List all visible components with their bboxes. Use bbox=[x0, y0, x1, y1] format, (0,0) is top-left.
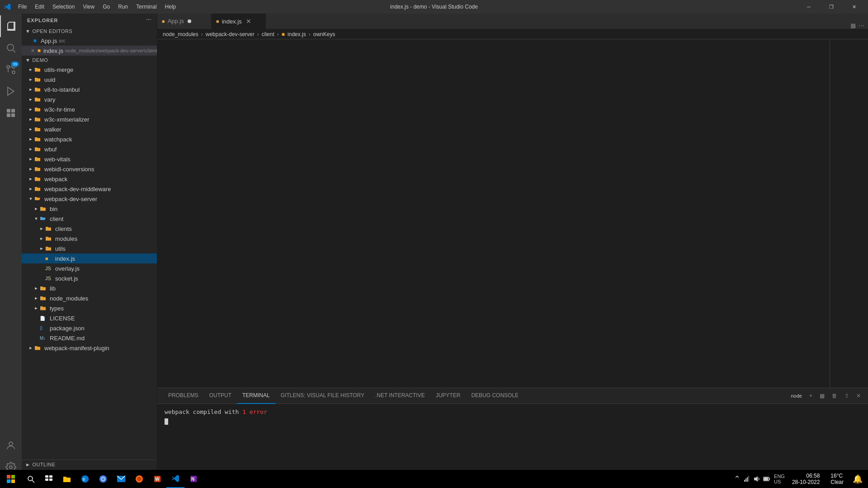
tree-item-webpack-manifest-plugin[interactable]: ►webpack-manifest-plugin bbox=[22, 343, 157, 353]
open-editors-header[interactable]: ▼ OPEN EDITORS bbox=[22, 27, 157, 36]
breadcrumb-node-modules[interactable]: node_modules bbox=[163, 31, 198, 38]
tree-item-utils-merge[interactable]: ►utils-merge bbox=[22, 65, 157, 75]
tab-dotnet[interactable]: .NET INTERACTIVE bbox=[370, 388, 430, 404]
tree-item-vary[interactable]: ►vary bbox=[22, 94, 157, 104]
taskbar-search[interactable] bbox=[22, 470, 40, 488]
breadcrumb-client[interactable]: client bbox=[262, 31, 274, 38]
menu-go[interactable]: Go bbox=[99, 3, 113, 11]
menu-help[interactable]: Help bbox=[161, 3, 180, 11]
taskbar-edge[interactable]: e bbox=[76, 470, 94, 488]
tree-item-index-js[interactable]: ■index.js bbox=[22, 253, 157, 263]
tab-appjs[interactable]: ■ App.js bbox=[157, 14, 212, 29]
taskbar-onenote[interactable]: N bbox=[184, 470, 203, 488]
tree-item-modules[interactable]: ►modules bbox=[22, 234, 157, 244]
outline-header[interactable]: ► OUTLINE bbox=[22, 460, 157, 469]
weather-widget[interactable]: 16°C Clear bbox=[825, 473, 849, 485]
split-editor-icon[interactable]: ▦ bbox=[850, 22, 856, 29]
tree-item-v8-to-istanbul[interactable]: ►v8-to-istanbul bbox=[22, 84, 157, 94]
taskbar-time[interactable]: 06:58 28-10-2022 bbox=[788, 473, 823, 485]
menu-file[interactable]: File bbox=[14, 3, 30, 11]
tree-item-webpack-dev-middleware[interactable]: ►webpack-dev-middleware bbox=[22, 184, 157, 194]
tree-item-wbuf[interactable]: ►wbuf bbox=[22, 144, 157, 154]
taskbar-office[interactable]: W bbox=[148, 470, 166, 488]
minimap[interactable] bbox=[830, 39, 868, 388]
tab-indexjs[interactable]: ■ index.js ✕ bbox=[212, 14, 266, 29]
activity-accounts[interactable] bbox=[0, 435, 22, 456]
tree-item-w3c-hr-time[interactable]: ►w3c-hr-time bbox=[22, 104, 157, 114]
new-terminal-icon[interactable]: + bbox=[807, 392, 814, 400]
demo-section-header[interactable]: ▼ DEMO bbox=[22, 56, 157, 65]
minimize-button[interactable]: ─ bbox=[798, 0, 819, 14]
open-editor-appjs[interactable]: ■ App.js src bbox=[22, 36, 157, 46]
menu-selection[interactable]: Selection bbox=[49, 3, 78, 11]
menu-run[interactable]: Run bbox=[114, 3, 132, 11]
code-editor[interactable] bbox=[157, 39, 868, 388]
taskbar-mail[interactable] bbox=[112, 470, 130, 488]
close-icon[interactable]: ✕ bbox=[31, 48, 35, 54]
tree-item-webidl-conversions[interactable]: ►webidl-conversions bbox=[22, 164, 157, 174]
menu-edit[interactable]: Edit bbox=[31, 3, 48, 11]
taskbar-files[interactable] bbox=[58, 470, 76, 488]
kill-terminal-icon[interactable]: 🗑 bbox=[830, 392, 839, 400]
close-panel-icon[interactable]: ✕ bbox=[854, 392, 863, 400]
tab-gitlens[interactable]: GITLENS: VISUAL FILE HISTORY bbox=[275, 388, 370, 404]
tree-item-w3c-xmlserializer[interactable]: ►w3c-xmlserializer bbox=[22, 114, 157, 124]
breadcrumb-own-keys[interactable]: ownKeys bbox=[313, 31, 335, 38]
close-button[interactable]: ✕ bbox=[844, 0, 864, 14]
activity-source-control[interactable]: 39 bbox=[0, 59, 22, 80]
tab-terminal[interactable]: TERMINAL bbox=[237, 388, 275, 404]
sidebar-more-icon[interactable]: ⋯ bbox=[146, 17, 151, 23]
tree-item-webpack[interactable]: ►webpack bbox=[22, 174, 157, 184]
tree-item-webpack-dev-server[interactable]: ▼webpack-dev-server bbox=[22, 194, 157, 204]
split-terminal-icon[interactable]: ▦ bbox=[818, 392, 826, 400]
tree-item-web-vitals[interactable]: ►web-vitals bbox=[22, 154, 157, 164]
language-indicator[interactable]: ENGUS bbox=[772, 474, 787, 484]
tree-item-types[interactable]: ►types bbox=[22, 303, 157, 313]
tree-item-clients[interactable]: ►clients bbox=[22, 224, 157, 234]
tab-debug-console[interactable]: DEBUG CONSOLE bbox=[466, 388, 524, 404]
svg-point-28 bbox=[102, 478, 104, 480]
tree-item-client[interactable]: ▼client bbox=[22, 214, 157, 224]
taskbar-vscode[interactable] bbox=[166, 470, 184, 488]
code-content[interactable] bbox=[181, 39, 830, 388]
taskbar-chevron-icon[interactable]: ⌃ bbox=[734, 474, 741, 484]
menu-view[interactable]: View bbox=[79, 3, 98, 11]
breadcrumb-webpack-dev-server[interactable]: webpack-dev-server bbox=[206, 31, 255, 38]
tab-indexjs-close[interactable]: ✕ bbox=[245, 17, 253, 25]
restore-button[interactable]: ❒ bbox=[821, 0, 842, 14]
tab-jupyter[interactable]: JUPYTER bbox=[430, 388, 466, 404]
maximize-panel-icon[interactable]: ⇧ bbox=[843, 392, 851, 400]
tab-problems[interactable]: PROBLEMS bbox=[163, 388, 204, 404]
tree-item-LICENSE[interactable]: 📄LICENSE bbox=[22, 313, 157, 323]
activity-explorer[interactable] bbox=[0, 15, 22, 37]
tree-item-overlay-js[interactable]: JSoverlay.js bbox=[22, 263, 157, 273]
notification-bell-icon[interactable]: 🔔 bbox=[851, 474, 864, 484]
open-editors-label: OPEN EDITORS bbox=[32, 28, 72, 34]
open-editor-indexjs[interactable]: ✕ ■ index.js node_modules\webpack-dev-se… bbox=[22, 46, 157, 56]
more-tabs-icon[interactable]: ⋯ bbox=[859, 22, 864, 29]
window-title: index.js - demo - Visual Studio Code bbox=[390, 4, 478, 10]
tree-item-watchpack[interactable]: ►watchpack bbox=[22, 134, 157, 144]
tree-item-uuid[interactable]: ►uuid bbox=[22, 75, 157, 84]
activity-search[interactable] bbox=[0, 37, 22, 59]
activity-extensions[interactable] bbox=[0, 102, 22, 124]
taskbar-chrome[interactable] bbox=[94, 470, 112, 488]
tree-item-README-md[interactable]: M↓README.md bbox=[22, 333, 157, 343]
start-button[interactable] bbox=[0, 470, 22, 488]
tree-item-package-json[interactable]: {}package.json bbox=[22, 323, 157, 333]
tree-item-walker[interactable]: ►walker bbox=[22, 124, 157, 134]
titlebar: File Edit Selection View Go Run Terminal… bbox=[0, 0, 868, 14]
menu-terminal[interactable]: Terminal bbox=[132, 3, 160, 11]
breadcrumb-index-js[interactable]: index.js bbox=[288, 31, 306, 38]
taskbar-taskview[interactable] bbox=[40, 470, 58, 488]
tree-item-bin[interactable]: ►bin bbox=[22, 204, 157, 214]
tab-output[interactable]: OUTPUT bbox=[204, 388, 237, 404]
tree-item-node_modules[interactable]: ►node_modules bbox=[22, 293, 157, 303]
tree-item-socket-js[interactable]: JSsocket.js bbox=[22, 273, 157, 283]
terminal-content[interactable]: webpack compiled with 1 error bbox=[157, 404, 868, 478]
activity-debug[interactable] bbox=[0, 80, 22, 102]
taskbar-firefox[interactable] bbox=[130, 470, 148, 488]
svg-rect-38 bbox=[747, 477, 748, 482]
tree-item-lib[interactable]: ►lib bbox=[22, 283, 157, 293]
tree-item-utils[interactable]: ►utils bbox=[22, 244, 157, 253]
